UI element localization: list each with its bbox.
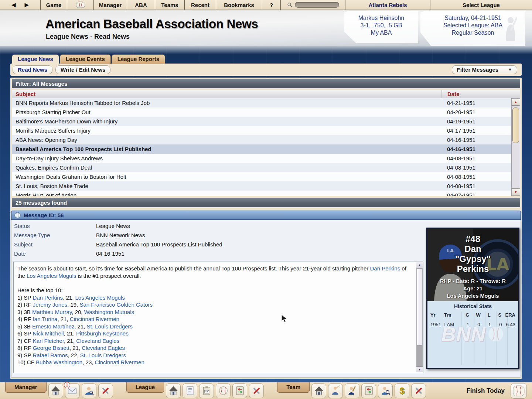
- player-info-block: RHP - Bats: R - Throws: R Age: 21 Los An…: [427, 277, 518, 300]
- player-link[interactable]: Nick Mitchell: [33, 330, 64, 337]
- league-home-button[interactable]: [166, 383, 181, 398]
- manager-options-button[interactable]: [98, 383, 113, 398]
- table-row[interactable]: Quakes, Empires Confirm Deal 04-08-1951: [12, 163, 511, 172]
- finances-icon: $: [400, 386, 405, 396]
- table-row[interactable]: Day-to-Day Injury Shelves Andrews 04-08-…: [12, 154, 511, 163]
- scroll-down-icon[interactable]: ▼: [512, 188, 520, 195]
- player-link[interactable]: Dan Perkins: [33, 294, 63, 301]
- table-scrollbar-thumb[interactable]: [512, 108, 519, 143]
- team-link[interactable]: San Francisco Golden Gators: [79, 301, 153, 308]
- manager-profile-button[interactable]: [82, 383, 96, 398]
- league-news-button[interactable]: [183, 383, 197, 398]
- select-league-button[interactable]: Select League: [430, 0, 532, 10]
- message-id-bar: Message ID: 56: [11, 211, 521, 220]
- team-transactions-button[interactable]: [361, 383, 376, 398]
- team-scouting-button[interactable]: [378, 383, 393, 398]
- manager-mail-button[interactable]: 1: [65, 383, 80, 398]
- table-row-selected[interactable]: Baseball America Top 100 Prospects List …: [12, 144, 511, 154]
- list-item: 4) RF Ian Turina, 21, Cincinnati Riverme…: [17, 316, 413, 323]
- finish-today-button[interactable]: [511, 383, 527, 399]
- menu-baseball-icon[interactable]: [67, 0, 94, 10]
- table-row[interactable]: Baltimore's MacPherson Down with Injury …: [12, 117, 511, 126]
- player-link[interactable]: Rafael Ramos: [33, 352, 68, 358]
- list-item: 9) SP Rafael Ramos, 22, St. Louis Dredge…: [17, 352, 413, 359]
- player-link[interactable]: Jeremy Jones: [33, 301, 67, 308]
- unread-badge: 1: [64, 382, 70, 388]
- team-link[interactable]: Washington Mutuals: [84, 309, 134, 315]
- finish-today-label[interactable]: Finish Today: [466, 387, 505, 395]
- message-body-box: The season is about to start, so it's ti…: [13, 262, 423, 373]
- filter-messages-dropdown[interactable]: Filter Messages ▼: [452, 65, 517, 74]
- team-link[interactable]: Cincinnati Rivermen: [70, 316, 119, 322]
- baseball-icon: [76, 1, 85, 8]
- pitcher-icon: [330, 385, 341, 396]
- team-link[interactable]: Cincinnati Rivermen: [95, 359, 144, 365]
- list-item: 5) 3B Ernesto Martínez, 21, St. Louis Dr…: [17, 323, 413, 330]
- menu-teams[interactable]: Teams: [155, 0, 185, 10]
- team-batters-button[interactable]: [345, 383, 359, 398]
- player-link[interactable]: Karl Fletcher: [33, 338, 64, 344]
- stats-header-row: Yr Tm G W L S ERA: [430, 312, 515, 318]
- table-row-partial[interactable]: Morris Hurt, out of Action 04-07-1951: [12, 191, 511, 196]
- list-item: 10) CF Bubba Washington, 23, Cincinnati …: [17, 359, 413, 366]
- search-input[interactable]: [295, 2, 339, 8]
- subtab-write-edit-news[interactable]: Write / Edit News: [55, 65, 110, 74]
- column-header-date[interactable]: Date: [441, 90, 511, 98]
- team-finances-button[interactable]: $: [395, 383, 409, 398]
- league-reports-button[interactable]: [199, 383, 214, 398]
- scroll-up-icon[interactable]: ▲: [416, 262, 423, 268]
- chevron-down-icon: ▼: [508, 67, 512, 72]
- home-icon: [168, 385, 179, 396]
- table-scrollbar: ▲ ▼: [511, 98, 520, 196]
- player-link[interactable]: George Bissett: [33, 345, 69, 351]
- league-transactions-button[interactable]: [232, 383, 247, 398]
- table-row[interactable]: St. Louis, Boston Make Trade 04-08-1951: [12, 181, 511, 191]
- menu-manager[interactable]: Manager: [94, 0, 127, 10]
- tab-bar: League News League Events League Reports: [12, 54, 166, 64]
- tab-league-reports[interactable]: League Reports: [112, 54, 165, 64]
- current-team-button[interactable]: Atlanta Rebels: [345, 0, 430, 10]
- tab-league-events[interactable]: League Events: [60, 54, 111, 64]
- team-pitchers-button[interactable]: [328, 383, 343, 398]
- forward-icon[interactable]: ▶: [21, 1, 33, 8]
- menu-game[interactable]: Game: [41, 0, 67, 10]
- list-item: 8) RF George Bissett, 21, Cleveland Eagl…: [17, 344, 413, 352]
- menu-bookmarks[interactable]: Bookmarks: [216, 0, 262, 10]
- table-row[interactable]: Morrills Márquez Suffers Injury 04-17-19…: [12, 126, 511, 135]
- team-link[interactable]: Cleveland Eagles: [82, 345, 125, 351]
- player-link[interactable]: Ernesto Martínez: [32, 323, 74, 330]
- scroll-down-icon[interactable]: ▼: [416, 366, 423, 372]
- team-link[interactable]: Los Angeles Moguls: [75, 294, 125, 301]
- table-row[interactable]: ABA News: Opening Day 04-16-1951: [12, 135, 511, 144]
- player-name-block: #48 Dan "Gypsy" Perkins: [427, 234, 518, 274]
- tab-league-news[interactable]: League News: [12, 54, 59, 64]
- player-link[interactable]: Bubba Washington: [36, 359, 82, 365]
- team-link[interactable]: Los Angeles Moguls: [27, 273, 76, 279]
- player-link[interactable]: Dan Perkins: [370, 265, 400, 272]
- menu-help[interactable]: ?: [262, 0, 281, 10]
- league-options-button[interactable]: [249, 383, 264, 398]
- scroll-up-icon[interactable]: ▲: [512, 99, 520, 106]
- player-link[interactable]: Matthieu Murray: [32, 309, 72, 315]
- team-link[interactable]: St. Louis Dredgers: [80, 352, 126, 358]
- body-scrollbar-thumb[interactable]: [417, 269, 422, 345]
- manager-home-button[interactable]: [48, 383, 63, 398]
- subtab-read-news[interactable]: Read News: [13, 65, 52, 74]
- menu-recent[interactable]: Recent: [185, 0, 216, 10]
- team-link[interactable]: Pittsburgh Keystones: [76, 330, 129, 337]
- player-link[interactable]: Ian Turina: [33, 316, 58, 322]
- table-row[interactable]: Pittsburgh Starting Pitcher Out 04-20-19…: [12, 108, 511, 117]
- league-scores-button[interactable]: [216, 383, 231, 398]
- date-info-panel: Saturday, 04-21-1951 Selected League: AB…: [420, 11, 525, 46]
- team-options-button[interactable]: [411, 383, 426, 398]
- menu-aba[interactable]: ABA: [127, 0, 155, 10]
- column-header-subject[interactable]: Subject: [12, 90, 441, 98]
- table-row[interactable]: BNN Reports Markus Heinsohn Tabbed for R…: [12, 98, 511, 108]
- team-link[interactable]: Cleveland Eagles: [76, 338, 119, 344]
- team-home-button[interactable]: [311, 383, 326, 398]
- baseball-icon: [14, 212, 21, 218]
- team-link[interactable]: St. Louis Dredgers: [87, 323, 133, 330]
- table-row[interactable]: Washington Deals Graham to Boston for Ho…: [12, 172, 511, 181]
- group-label-team: Team: [277, 382, 310, 393]
- back-icon[interactable]: ◀: [8, 1, 20, 8]
